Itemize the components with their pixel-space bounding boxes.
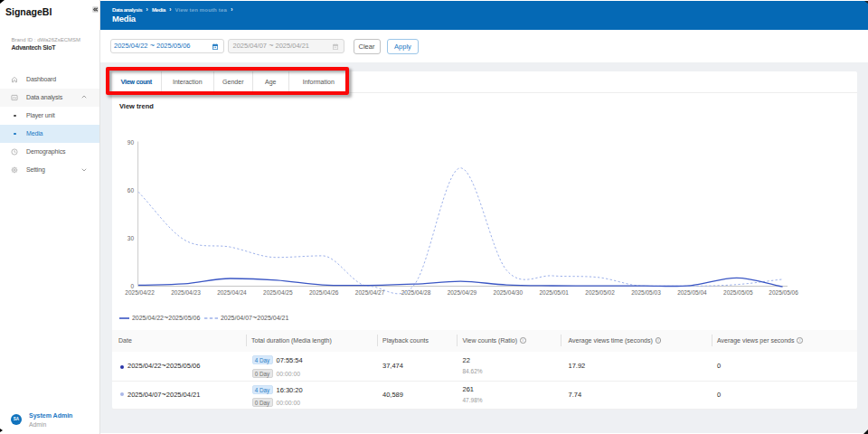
svg-text:30: 30 bbox=[127, 235, 135, 241]
svg-text:2025/04/29: 2025/04/29 bbox=[448, 288, 477, 295]
svg-text:2025/04/27: 2025/04/27 bbox=[355, 288, 385, 295]
svg-text:2025/05/04: 2025/05/04 bbox=[677, 288, 707, 295]
svg-text:2025/05/02: 2025/05/02 bbox=[585, 288, 615, 295]
svg-text:60: 60 bbox=[127, 187, 135, 193]
svg-text:2025/05/01: 2025/05/01 bbox=[539, 288, 569, 295]
svg-text:2025/05/05: 2025/05/05 bbox=[723, 288, 753, 295]
svg-text:2025/04/23: 2025/04/23 bbox=[171, 288, 201, 295]
svg-text:90: 90 bbox=[127, 139, 135, 146]
svg-text:2025/05/06: 2025/05/06 bbox=[769, 288, 798, 295]
svg-text:2025/04/25: 2025/04/25 bbox=[263, 288, 293, 295]
svg-text:2025/04/28: 2025/04/28 bbox=[401, 288, 431, 295]
svg-text:2025/04/22: 2025/04/22 bbox=[125, 288, 155, 295]
svg-text:2025/04/26: 2025/04/26 bbox=[309, 288, 339, 295]
svg-text:2025/04/24: 2025/04/24 bbox=[217, 288, 247, 295]
svg-text:2025/05/03: 2025/05/03 bbox=[631, 288, 661, 295]
svg-text:2025/04/30: 2025/04/30 bbox=[494, 288, 524, 295]
